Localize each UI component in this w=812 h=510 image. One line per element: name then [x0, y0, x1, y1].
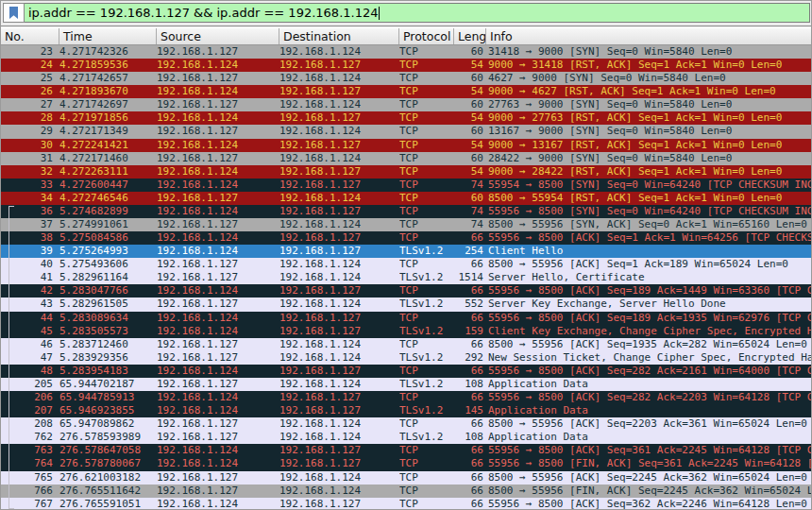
packet-row[interactable]: 38 5.275084586 192.168.1.124 192.168.1.1…: [1, 231, 811, 245]
packet-number: 48: [1, 365, 59, 378]
packet-destination: 192.168.1.127: [279, 59, 399, 72]
packet-info: 4627 → 9000 [SYN] Seq=0 Win=5840 Len=0: [486, 72, 811, 85]
column-header-length[interactable]: Lengt: [454, 28, 486, 44]
packet-row[interactable]: 48 5.283954183 192.168.1.124 192.168.1.1…: [1, 365, 811, 378]
packet-info: 9000 → 4627 [RST, ACK] Seq=1 Ack=1 Win=0…: [486, 85, 811, 98]
packet-time: 4.271742697: [59, 98, 157, 111]
packet-row[interactable]: 765 276.621003182 192.168.1.127 192.168.…: [1, 471, 811, 484]
column-header-destination[interactable]: Destination: [279, 28, 399, 44]
packet-source: 192.168.1.124: [157, 365, 279, 378]
packet-destination: 192.168.1.127: [279, 111, 399, 125]
packet-row[interactable]: 40 5.275493606 192.168.1.127 192.168.1.1…: [1, 258, 811, 271]
packet-number: 37: [1, 218, 59, 231]
packet-protocol: TCP: [399, 165, 454, 178]
packet-row[interactable]: 205 65.944702187 192.168.1.127 192.168.1…: [1, 378, 811, 391]
packet-row[interactable]: 47 5.283929356 192.168.1.127 192.168.1.1…: [1, 351, 811, 365]
packet-row[interactable]: 30 4.272241421 192.168.1.124 192.168.1.1…: [1, 139, 811, 152]
column-header-source[interactable]: Source: [157, 28, 279, 44]
packet-row[interactable]: 36 5.274682899 192.168.1.124 192.168.1.1…: [1, 205, 811, 218]
packet-info: 13167 → 9000 [SYN] Seq=0 Win=5840 Len=0: [486, 125, 811, 138]
packet-length: 54: [454, 59, 486, 72]
column-header-no[interactable]: No.: [1, 28, 59, 44]
packet-destination: 192.168.1.124: [279, 271, 399, 284]
packet-protocol: TCP: [399, 125, 454, 138]
packet-time: 276.578780067: [59, 457, 157, 470]
packet-source: 192.168.1.127: [157, 98, 279, 111]
packet-time: 276.765511642: [59, 484, 157, 498]
packet-protocol: TCP: [399, 498, 454, 509]
packet-destination: 192.168.1.127: [279, 284, 399, 298]
packet-row[interactable]: 762 276.578593989 192.168.1.127 192.168.…: [1, 431, 811, 444]
packet-time: 276.578647058: [59, 444, 157, 457]
packet-row[interactable]: 43 5.282961505 192.168.1.127 192.168.1.1…: [1, 298, 811, 311]
packet-row[interactable]: 23 4.271742326 192.168.1.127 192.168.1.1…: [1, 45, 811, 59]
packet-info: 9000 → 28422 [RST, ACK] Seq=1 Ack=1 Win=…: [486, 165, 811, 178]
packet-length: 74: [454, 218, 486, 231]
packet-protocol: TCP: [399, 59, 454, 72]
packet-row[interactable]: 208 65.947089862 192.168.1.127 192.168.1…: [1, 417, 811, 431]
packet-protocol: TCP: [399, 152, 454, 165]
packet-source: 192.168.1.124: [157, 165, 279, 178]
packet-row[interactable]: 764 276.578780067 192.168.1.124 192.168.…: [1, 457, 811, 470]
wireshark-window: ip.addr == 192.168.1.127 && ip.addr == 1…: [0, 0, 812, 510]
packet-length: 66: [454, 365, 486, 378]
packet-row[interactable]: 41 5.282961164 192.168.1.127 192.168.1.1…: [1, 271, 811, 284]
packet-time: 5.282961505: [59, 298, 157, 311]
display-filter-input[interactable]: ip.addr == 192.168.1.127 && ip.addr == 1…: [25, 3, 810, 23]
packet-row[interactable]: 45 5.283505573 192.168.1.124 192.168.1.1…: [1, 325, 811, 338]
packet-row[interactable]: 37 5.274991061 192.168.1.127 192.168.1.1…: [1, 218, 811, 231]
packet-info: Server Key Exchange, Server Hello Done: [486, 298, 811, 311]
packet-number: 38: [1, 231, 59, 245]
packet-row[interactable]: 207 65.946923855 192.168.1.124 192.168.1…: [1, 404, 811, 417]
column-header-time[interactable]: Time: [59, 28, 157, 44]
packet-row[interactable]: 46 5.283712460 192.168.1.127 192.168.1.1…: [1, 338, 811, 351]
packet-source: 192.168.1.127: [157, 298, 279, 311]
packet-source: 192.168.1.124: [157, 444, 279, 457]
packet-row[interactable]: 766 276.765511642 192.168.1.127 192.168.…: [1, 484, 811, 498]
packet-row[interactable]: 32 4.272263111 192.168.1.124 192.168.1.1…: [1, 165, 811, 178]
packet-row[interactable]: 763 276.578647058 192.168.1.124 192.168.…: [1, 444, 811, 457]
packet-source: 192.168.1.127: [157, 431, 279, 444]
packet-row[interactable]: 33 4.272600447 192.168.1.124 192.168.1.1…: [1, 178, 811, 192]
packet-length: 54: [454, 165, 486, 178]
packet-row[interactable]: 767 276.765591051 192.168.1.124 192.168.…: [1, 498, 811, 509]
packet-row[interactable]: 25 4.271742657 192.168.1.127 192.168.1.1…: [1, 72, 811, 85]
packet-destination: 192.168.1.124: [279, 152, 399, 165]
packet-row[interactable]: 28 4.271971856 192.168.1.124 192.168.1.1…: [1, 111, 811, 125]
packet-destination: 192.168.1.127: [279, 498, 399, 509]
packet-list-header: No. Time Source Destination Protocol Len…: [1, 27, 811, 45]
packet-number: 206: [1, 391, 59, 404]
packet-protocol: TCP: [399, 338, 454, 351]
packet-row[interactable]: 206 65.944785913 192.168.1.124 192.168.1…: [1, 391, 811, 404]
packet-row[interactable]: 27 4.271742697 192.168.1.127 192.168.1.1…: [1, 98, 811, 111]
packet-info: 8500 → 55956 [ACK] Seq=2203 Ack=361 Win=…: [486, 417, 811, 431]
packet-row[interactable]: 34 4.272746546 192.168.1.127 192.168.1.1…: [1, 192, 811, 205]
packet-number: 208: [1, 417, 59, 431]
packet-row[interactable]: 29 4.272171349 192.168.1.127 192.168.1.1…: [1, 125, 811, 138]
column-header-protocol[interactable]: Protocol: [399, 28, 454, 44]
packet-protocol: TLSv1.2: [399, 404, 454, 417]
packet-row[interactable]: 42 5.283047766 192.168.1.124 192.168.1.1…: [1, 284, 811, 298]
packet-source: 192.168.1.127: [157, 484, 279, 498]
packet-destination: 192.168.1.124: [279, 125, 399, 138]
packet-protocol: TCP: [399, 391, 454, 404]
packet-row[interactable]: 44 5.283089634 192.168.1.124 192.168.1.1…: [1, 312, 811, 325]
packet-length: 60: [454, 192, 486, 205]
packet-destination: 192.168.1.127: [279, 231, 399, 245]
packet-row[interactable]: 26 4.271893670 192.168.1.124 192.168.1.1…: [1, 85, 811, 98]
packet-number: 28: [1, 111, 59, 125]
packet-row[interactable]: 24 4.271859536 192.168.1.124 192.168.1.1…: [1, 59, 811, 72]
packet-list: 23 4.271742326 192.168.1.127 192.168.1.1…: [1, 45, 811, 509]
packet-protocol: TLSv1.2: [399, 298, 454, 311]
packet-length: 552: [454, 298, 486, 311]
packet-protocol: TLSv1.2: [399, 351, 454, 365]
packet-time: 4.272171460: [59, 152, 157, 165]
packet-time: 5.283929356: [59, 351, 157, 365]
packet-row[interactable]: 39 5.275264993 192.168.1.124 192.168.1.1…: [1, 245, 811, 258]
packet-row[interactable]: 31 4.272171460 192.168.1.127 192.168.1.1…: [1, 152, 811, 165]
packet-info: Client Hello: [486, 245, 811, 258]
column-header-info[interactable]: Info: [486, 28, 811, 44]
packet-info: Server Hello, Certificate: [486, 271, 811, 284]
packet-number: 26: [1, 85, 59, 98]
filter-bookmark-button[interactable]: [3, 3, 25, 23]
